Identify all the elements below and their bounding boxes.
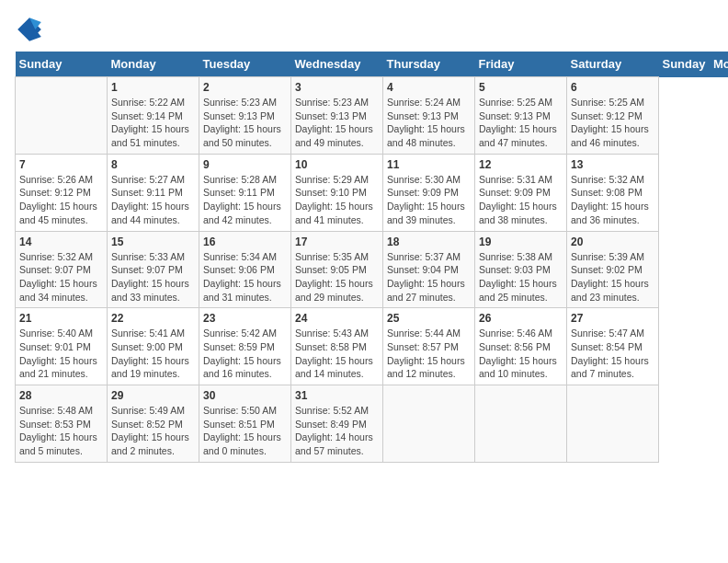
calendar-cell: 31Sunrise: 5:52 AMSunset: 8:49 PMDayligh… [291, 385, 383, 463]
calendar-cell: 28Sunrise: 5:48 AMSunset: 8:53 PMDayligh… [16, 385, 108, 463]
day-number: 1 [111, 81, 195, 94]
day-info: Sunrise: 5:30 AMSunset: 9:09 PMDaylight:… [387, 173, 471, 227]
day-info: Sunrise: 5:46 AMSunset: 8:56 PMDaylight:… [479, 327, 563, 381]
day-number: 16 [203, 236, 287, 248]
calendar-header-row: SundayMondayTuesdayWednesdayThursdayFrid… [16, 52, 729, 77]
day-number: 5 [479, 81, 563, 94]
calendar-cell: 19Sunrise: 5:38 AMSunset: 9:03 PMDayligh… [475, 231, 567, 308]
day-number: 22 [111, 312, 195, 325]
calendar-cell [16, 77, 108, 155]
day-number: 11 [387, 158, 471, 171]
day-info: Sunrise: 5:25 AMSunset: 9:12 PMDaylight:… [571, 96, 654, 150]
calendar-cell: 5Sunrise: 5:25 AMSunset: 9:13 PMDaylight… [475, 77, 567, 155]
calendar-cell: 16Sunrise: 5:34 AMSunset: 9:06 PMDayligh… [199, 231, 291, 308]
day-number: 20 [571, 236, 654, 248]
day-number: 27 [571, 312, 654, 325]
day-number: 24 [295, 312, 379, 325]
calendar-cell: 14Sunrise: 5:32 AMSunset: 9:07 PMDayligh… [16, 231, 108, 308]
calendar-cell: 30Sunrise: 5:50 AMSunset: 8:51 PMDayligh… [199, 385, 291, 463]
day-info: Sunrise: 5:26 AMSunset: 9:12 PMDaylight:… [19, 173, 103, 227]
calendar-cell: 15Sunrise: 5:33 AMSunset: 9:07 PMDayligh… [108, 231, 199, 308]
header-tuesday: Tuesday [199, 52, 291, 77]
day-info: Sunrise: 5:38 AMSunset: 9:03 PMDaylight:… [479, 250, 563, 304]
day-number: 13 [571, 158, 654, 171]
calendar-cell: 17Sunrise: 5:35 AMSunset: 9:05 PMDayligh… [291, 231, 383, 308]
calendar-cell [475, 385, 567, 463]
day-number: 4 [387, 81, 471, 94]
day-number: 31 [295, 389, 379, 402]
day-number: 19 [479, 236, 563, 248]
calendar-cell: 7Sunrise: 5:26 AMSunset: 9:12 PMDaylight… [16, 154, 108, 231]
calendar-cell [383, 385, 475, 463]
day-number: 15 [111, 236, 195, 248]
day-number: 10 [295, 158, 379, 171]
day-number: 17 [295, 236, 379, 248]
day-number: 8 [111, 158, 195, 171]
day-info: Sunrise: 5:39 AMSunset: 9:02 PMDaylight:… [571, 250, 654, 304]
header-monday: Monday [108, 52, 199, 77]
calendar-cell: 8Sunrise: 5:27 AMSunset: 9:11 PMDaylight… [108, 154, 199, 231]
calendar-cell: 3Sunrise: 5:23 AMSunset: 9:13 PMDaylight… [291, 77, 383, 155]
calendar-cell: 22Sunrise: 5:41 AMSunset: 9:00 PMDayligh… [108, 308, 199, 385]
day-info: Sunrise: 5:25 AMSunset: 9:13 PMDaylight:… [479, 96, 563, 150]
calendar-cell: 25Sunrise: 5:44 AMSunset: 8:57 PMDayligh… [383, 308, 475, 385]
calendar-cell: 23Sunrise: 5:42 AMSunset: 8:59 PMDayligh… [199, 308, 291, 385]
day-number: 18 [387, 236, 471, 248]
day-info: Sunrise: 5:32 AMSunset: 9:07 PMDaylight:… [19, 250, 103, 304]
calendar-table: SundayMondayTuesdayWednesdayThursdayFrid… [15, 52, 728, 463]
day-info: Sunrise: 5:24 AMSunset: 9:13 PMDaylight:… [387, 96, 471, 150]
calendar-cell: 11Sunrise: 5:30 AMSunset: 9:09 PMDayligh… [383, 154, 475, 231]
day-info: Sunrise: 5:50 AMSunset: 8:51 PMDaylight:… [203, 404, 287, 458]
header-sunday: Sunday [16, 52, 108, 77]
week-row-3: 14Sunrise: 5:32 AMSunset: 9:07 PMDayligh… [16, 231, 729, 308]
week-row-4: 21Sunrise: 5:40 AMSunset: 9:01 PMDayligh… [16, 308, 729, 385]
day-info: Sunrise: 5:44 AMSunset: 8:57 PMDaylight:… [387, 327, 471, 381]
day-info: Sunrise: 5:33 AMSunset: 9:07 PMDaylight:… [111, 250, 195, 304]
day-info: Sunrise: 5:52 AMSunset: 8:49 PMDaylight:… [295, 404, 379, 458]
day-info: Sunrise: 5:40 AMSunset: 9:01 PMDaylight:… [19, 327, 103, 381]
day-number: 7 [19, 158, 103, 171]
calendar-cell: 6Sunrise: 5:25 AMSunset: 9:12 PMDaylight… [567, 77, 659, 155]
calendar-cell: 29Sunrise: 5:49 AMSunset: 8:52 PMDayligh… [108, 385, 199, 463]
day-number: 26 [479, 312, 563, 325]
calendar-cell: 26Sunrise: 5:46 AMSunset: 8:56 PMDayligh… [475, 308, 567, 385]
week-row-5: 28Sunrise: 5:48 AMSunset: 8:53 PMDayligh… [16, 385, 729, 463]
day-info: Sunrise: 5:37 AMSunset: 9:04 PMDaylight:… [387, 250, 471, 304]
day-number: 21 [19, 312, 103, 325]
day-info: Sunrise: 5:22 AMSunset: 9:14 PMDaylight:… [111, 96, 195, 150]
page-header [15, 15, 713, 44]
col-header-monday: Monday [710, 52, 728, 77]
day-info: Sunrise: 5:35 AMSunset: 9:05 PMDaylight:… [295, 250, 379, 304]
day-info: Sunrise: 5:29 AMSunset: 9:10 PMDaylight:… [295, 173, 379, 227]
day-info: Sunrise: 5:42 AMSunset: 8:59 PMDaylight:… [203, 327, 287, 381]
header-friday: Friday [475, 52, 567, 77]
calendar-cell: 20Sunrise: 5:39 AMSunset: 9:02 PMDayligh… [567, 231, 659, 308]
calendar-cell: 1Sunrise: 5:22 AMSunset: 9:14 PMDaylight… [108, 77, 199, 155]
day-number: 14 [19, 236, 103, 248]
day-number: 6 [571, 81, 654, 94]
calendar-cell [567, 385, 659, 463]
calendar-cell: 27Sunrise: 5:47 AMSunset: 8:54 PMDayligh… [567, 308, 659, 385]
day-info: Sunrise: 5:23 AMSunset: 9:13 PMDaylight:… [203, 96, 287, 150]
calendar-cell: 4Sunrise: 5:24 AMSunset: 9:13 PMDaylight… [383, 77, 475, 155]
day-info: Sunrise: 5:48 AMSunset: 8:53 PMDaylight:… [19, 404, 103, 458]
day-info: Sunrise: 5:27 AMSunset: 9:11 PMDaylight:… [111, 173, 195, 227]
calendar-cell: 9Sunrise: 5:28 AMSunset: 9:11 PMDaylight… [199, 154, 291, 231]
col-header-sunday: Sunday [659, 52, 710, 77]
calendar-cell: 13Sunrise: 5:32 AMSunset: 9:08 PMDayligh… [567, 154, 659, 231]
logo-icon [15, 15, 44, 44]
calendar-cell: 24Sunrise: 5:43 AMSunset: 8:58 PMDayligh… [291, 308, 383, 385]
calendar-cell: 12Sunrise: 5:31 AMSunset: 9:09 PMDayligh… [475, 154, 567, 231]
day-number: 30 [203, 389, 287, 402]
day-info: Sunrise: 5:41 AMSunset: 9:00 PMDaylight:… [111, 327, 195, 381]
day-number: 29 [111, 389, 195, 402]
day-number: 3 [295, 81, 379, 94]
day-info: Sunrise: 5:23 AMSunset: 9:13 PMDaylight:… [295, 96, 379, 150]
day-number: 25 [387, 312, 471, 325]
week-row-2: 7Sunrise: 5:26 AMSunset: 9:12 PMDaylight… [16, 154, 729, 231]
calendar-cell: 21Sunrise: 5:40 AMSunset: 9:01 PMDayligh… [16, 308, 108, 385]
day-info: Sunrise: 5:49 AMSunset: 8:52 PMDaylight:… [111, 404, 195, 458]
day-info: Sunrise: 5:34 AMSunset: 9:06 PMDaylight:… [203, 250, 287, 304]
day-number: 12 [479, 158, 563, 171]
day-number: 2 [203, 81, 287, 94]
